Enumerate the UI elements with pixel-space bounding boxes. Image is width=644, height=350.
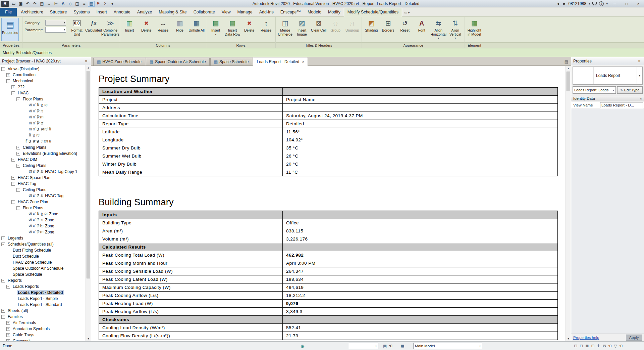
reset-button[interactable]: ↺Reset: [397, 18, 413, 41]
format-unit-button[interactable]: 0.0Format Unit: [69, 18, 85, 41]
tree-item-duct-schedule[interactable]: Duct Schedule: [0, 253, 86, 259]
close-properties-icon[interactable]: ×: [637, 58, 642, 63]
tree-item-duct-fitting-schedule[interactable]: Duct Fitting Schedule: [0, 247, 86, 253]
report-cell-label[interactable]: Peak Heating Airflow (L/s): [99, 308, 283, 316]
report-cell-value[interactable]: 3,226.176: [283, 235, 558, 243]
cart-icon[interactable]: [592, 2, 597, 4]
tree-item-casework[interactable]: +Casework: [0, 338, 86, 341]
report-cell-label[interactable]: Winter Dry Bulb: [99, 160, 283, 168]
align-horizontal-button[interactable]: ⇆Align Horizontal▾: [430, 18, 446, 41]
ribbon-tab-massing-site[interactable]: Massing & Site: [155, 8, 190, 16]
report-cell-label[interactable]: Address: [99, 104, 283, 112]
align-vertical-button[interactable]: ⇅Align Vertical▾: [447, 18, 463, 41]
tree-item-sheets-all[interactable]: +Sheets (all): [0, 308, 86, 314]
tree-item-zone[interactable]: ជាន់ទី១ Zone: [0, 217, 86, 223]
expand-toggle[interactable]: −: [11, 200, 15, 204]
expand-toggle[interactable]: −: [1, 279, 5, 282]
ribbon-tab-architecture[interactable]: Architecture: [17, 8, 47, 16]
speaker-icon[interactable]: ◄: [556, 2, 560, 6]
report-cell-value[interactable]: 838.115: [283, 227, 558, 235]
tree-item-hvac-zone-schedule[interactable]: HVAC Zone Schedule: [0, 259, 86, 265]
scrollbar-track[interactable]: [86, 70, 91, 336]
report-cell-label[interactable]: Longitude: [99, 136, 283, 144]
report-cell-label[interactable]: Summer Dry Bulb: [99, 144, 283, 152]
report-cell-label[interactable]: Summer Wet Bulb: [99, 152, 283, 160]
report-cell-label[interactable]: Peak Cooling Total Load (W): [99, 251, 283, 259]
expand-toggle[interactable]: +: [6, 73, 10, 77]
maximize-button[interactable]: □: [622, 0, 631, 7]
tree-item-hvac-zone-plan[interactable]: −HVAC Zone Plan: [0, 199, 86, 205]
resize-button[interactable]: ↔Resize: [155, 18, 171, 41]
active-workset-select[interactable]: ▾: [349, 343, 378, 349]
scroll-up-icon[interactable]: ▲: [566, 66, 571, 71]
report-cell-value[interactable]: Saturday, August 24, 2019 4:37 PM: [283, 112, 558, 120]
properties-button[interactable]: ▤Properties: [1, 18, 19, 41]
design-options-icon[interactable]: ▦: [400, 344, 404, 348]
tree-item-[interactable]: ជាន់ដំបូល: [0, 102, 86, 108]
expand-toggle[interactable]: +: [6, 327, 10, 331]
report-cell-label[interactable]: Peak Cooling Sensible Load (W): [99, 267, 283, 275]
ribbon-tab-modelo[interactable]: Modelo: [304, 8, 325, 16]
insert-image-button[interactable]: ▨Insert Image: [294, 18, 310, 41]
report-header-cell[interactable]: Location and Weather: [99, 88, 283, 96]
redo-icon[interactable]: ↷: [32, 1, 38, 7]
tree-item-legends[interactable]: +Legends: [0, 235, 86, 241]
tree-item-hvac[interactable]: −HVAC: [0, 90, 86, 96]
chevron-down-icon[interactable]: ▾: [637, 67, 642, 84]
report-cell-value[interactable]: 35 °C: [283, 144, 558, 152]
report-header-cell[interactable]: [283, 211, 558, 219]
report-cell-label[interactable]: Report Type: [99, 120, 283, 128]
tree-item-loads-report-simple[interactable]: Loads Report - Simple: [0, 296, 86, 302]
report-cell-value[interactable]: [283, 104, 558, 112]
instance-filter-select[interactable]: Loads Report: Loads ▾: [573, 86, 616, 94]
scrollbar-track[interactable]: [566, 71, 571, 336]
report-cell-value[interactable]: 21.73: [283, 332, 558, 340]
sum-icon[interactable]: Σ: [102, 1, 109, 7]
scroll-down-icon[interactable]: ▼: [86, 336, 91, 341]
report-cell-label[interactable]: Mean Daily Range: [99, 168, 283, 176]
report-header-cell[interactable]: [283, 88, 558, 96]
tree-item-[interactable]: ជាន់ផ្ទាល់ដី: [0, 126, 86, 132]
expand-toggle[interactable]: +: [6, 333, 10, 337]
editing-requests-icon[interactable]: ✉: [603, 344, 606, 348]
undo-icon[interactable]: ↶: [24, 1, 31, 7]
expand-toggle[interactable]: −: [1, 67, 5, 71]
ribbon-tab-annotate[interactable]: Annotate: [110, 8, 134, 16]
expand-toggle[interactable]: −: [16, 188, 20, 192]
tree-item-elevations-building-elevation[interactable]: +Elevations (Building Elevation): [0, 150, 86, 157]
tree-item-[interactable]: ផ្ទៃមេគ្រោង: [0, 138, 86, 144]
parameter-select[interactable]: ▾: [45, 27, 66, 33]
view-tab-list-icon[interactable]: ▤: [565, 59, 568, 64]
ribbon-tab-insert[interactable]: Insert: [93, 8, 110, 16]
merge-unmerge-button[interactable]: ◫Merge Unmerge: [277, 18, 293, 41]
expand-toggle[interactable]: −: [11, 182, 15, 186]
report-cell-label[interactable]: Peak Cooling Month and Hour: [99, 259, 283, 267]
tree-item-loads-report-detailed[interactable]: Loads Report - Detailed: [0, 290, 86, 296]
ribbon-tab-systems[interactable]: Systems: [70, 8, 93, 16]
expand-toggle[interactable]: +: [16, 152, 20, 156]
filter-icon[interactable]: ▽: [614, 344, 617, 348]
account-chevron-icon[interactable]: ▾: [589, 2, 590, 5]
ribbon-tab-analyze[interactable]: Analyze: [134, 8, 155, 16]
project-browser-scrollbar[interactable]: ▲ ▼: [86, 65, 91, 341]
tree-item-zone[interactable]: ជាន់ទី២ Zone: [0, 223, 86, 229]
help-chevron-icon[interactable]: ▾: [606, 2, 608, 5]
delete-button[interactable]: ✖Delete: [138, 18, 154, 41]
schedule-icon[interactable]: ▦: [88, 1, 95, 7]
report-cell-label[interactable]: Peak Cooling Airflow (L/s): [99, 292, 283, 300]
report-cell-value[interactable]: Detailed: [283, 120, 558, 128]
report-cell-value[interactable]: 18,212.2: [283, 292, 558, 300]
tree-item-floor-plans[interactable]: −Floor Plans: [0, 96, 86, 102]
expand-toggle[interactable]: −: [1, 243, 5, 246]
report-cell-value[interactable]: 462,982: [283, 251, 558, 259]
type-selector[interactable]: Loads Report ▾: [573, 67, 643, 85]
document-tab-space-schedule[interactable]: ▦Space Schedule: [210, 58, 253, 65]
tree-item-hvac-tag[interactable]: −HVAC Tag: [0, 181, 86, 187]
ribbon-tab-file[interactable]: File: [0, 8, 17, 16]
combine-parameters-button[interactable]: ≫Combine Parameters: [102, 18, 118, 41]
report-cell-label[interactable]: Calculation Time: [99, 112, 283, 120]
tree-item-[interactable]: ជាន់ទី១: [0, 108, 86, 114]
report-cell-value[interactable]: Project Name: [283, 96, 558, 104]
report-header-cell[interactable]: [283, 243, 558, 251]
tree-item-space-schedule[interactable]: Space Schedule: [0, 271, 86, 277]
